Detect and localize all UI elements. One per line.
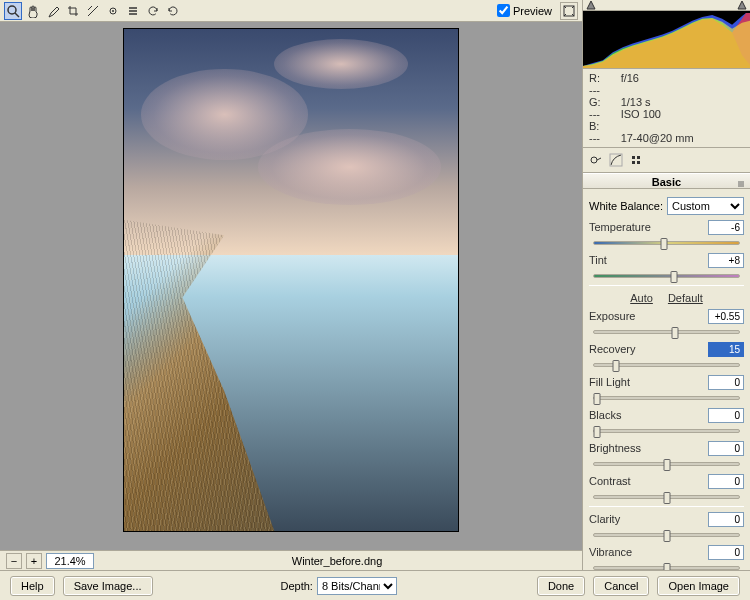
filename-label: Winter_before.dng [98,555,576,567]
preview-label: Preview [513,5,552,17]
brightness-value[interactable]: 0 [708,441,744,456]
clarity-value[interactable]: 0 [708,512,744,527]
auto-link[interactable]: Auto [630,292,653,304]
tab-detail[interactable] [627,151,645,169]
wb-select[interactable]: Custom [667,197,744,215]
svg-rect-6 [610,154,622,166]
bottom-bar: Help Save Image... Depth: 8 Bits/Channel… [0,570,750,600]
temperature-value[interactable]: -6 [708,220,744,235]
camera-metadata: R: --- G: --- B: --- f/16 1/13 s ISO 100… [583,69,750,148]
recovery-slider[interactable] [593,363,740,367]
recovery-label: Recovery [589,343,635,355]
image-preview-area[interactable] [0,22,582,550]
sample-tool[interactable] [104,2,122,20]
presets-tool[interactable] [124,2,142,20]
highlight-clip-toggle[interactable] [737,0,747,10]
zoom-bar: − + 21.4% Winter_before.dng [0,550,582,570]
wb-label: White Balance: [589,200,663,212]
tint-label: Tint [589,254,607,266]
blacks-value[interactable]: 0 [708,408,744,423]
filllight-value[interactable]: 0 [708,375,744,390]
clarity-label: Clarity [589,513,620,525]
brightness-label: Brightness [589,442,641,454]
vibrance-label: Vibrance [589,546,632,558]
temperature-label: Temperature [589,221,651,233]
zoom-value[interactable]: 21.4% [46,553,94,569]
tint-slider[interactable] [593,274,740,278]
contrast-slider[interactable] [593,495,740,499]
rotate-cw-tool[interactable] [164,2,182,20]
recovery-value[interactable]: 15 [708,342,744,357]
depth-select[interactable]: 8 Bits/Channel [317,577,397,595]
save-image-button[interactable]: Save Image... [63,576,153,596]
depth-label: Depth: [281,580,313,592]
image-preview[interactable] [123,28,459,532]
blacks-label: Blacks [589,409,621,421]
filllight-slider[interactable] [593,396,740,400]
open-image-button[interactable]: Open Image [657,576,740,596]
rotate-ccw-tool[interactable] [144,2,162,20]
histogram[interactable] [583,11,750,69]
exposure-label: Exposure [589,310,635,322]
crop-tool[interactable] [64,2,82,20]
vibrance-value[interactable]: 0 [708,545,744,560]
zoom-tool[interactable] [4,2,22,20]
hand-tool[interactable] [24,2,42,20]
svg-line-1 [15,13,19,17]
tab-basic[interactable] [587,151,605,169]
eyedropper-tool[interactable] [44,2,62,20]
svg-point-3 [112,10,114,12]
panel-menu-icon[interactable] [736,177,746,187]
preview-toggle[interactable]: Preview [497,4,552,17]
tint-value[interactable]: +8 [708,253,744,268]
straighten-tool[interactable] [84,2,102,20]
exposure-slider[interactable] [593,330,740,334]
svg-point-5 [591,157,597,163]
panel-tabs [583,148,750,173]
brightness-slider[interactable] [593,462,740,466]
temperature-slider[interactable] [593,241,740,245]
done-button[interactable]: Done [537,576,585,596]
zoom-in-button[interactable]: + [26,553,42,569]
help-button[interactable]: Help [10,576,55,596]
cancel-button[interactable]: Cancel [593,576,649,596]
preview-checkbox[interactable] [497,4,510,17]
basic-controls: White Balance: Custom Temperature-6 Tint… [583,189,750,600]
right-panel: R: --- G: --- B: --- f/16 1/13 s ISO 100… [582,0,750,570]
shadow-clip-toggle[interactable] [586,0,596,10]
fullscreen-button[interactable] [560,2,578,20]
tool-toolbar: Preview [0,0,582,22]
left-panel: Preview − + 21.4% Winter_before.dng [0,0,582,570]
contrast-value[interactable]: 0 [708,474,744,489]
zoom-out-button[interactable]: − [6,553,22,569]
filllight-label: Fill Light [589,376,630,388]
tab-curve[interactable] [607,151,625,169]
blacks-slider[interactable] [593,429,740,433]
clarity-slider[interactable] [593,533,740,537]
panel-section-header: Basic [583,173,750,189]
contrast-label: Contrast [589,475,631,487]
exposure-value[interactable]: +0.55 [708,309,744,324]
default-link[interactable]: Default [668,292,703,304]
svg-point-0 [8,6,16,14]
